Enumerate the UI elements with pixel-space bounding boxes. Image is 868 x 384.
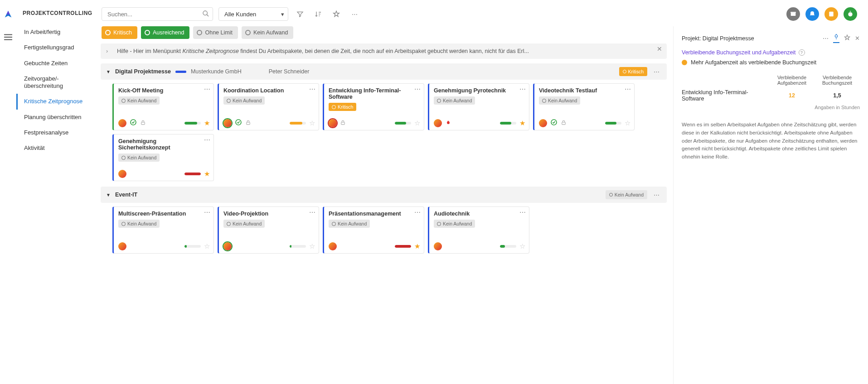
group-person: Peter Schneider — [269, 68, 310, 75]
card-grid-0: ⋯Kick-Off MeetingKein Aufwand★⋯Koordinat… — [101, 83, 667, 181]
card[interactable]: ⋯Entwicklung Info-Terminal-SoftwareKriti… — [323, 83, 424, 130]
progress-bar — [290, 122, 306, 125]
card-tag: Kein Aufwand — [539, 96, 580, 105]
card-menu-icon[interactable]: ⋯ — [414, 86, 421, 93]
card-menu-icon[interactable]: ⋯ — [519, 209, 526, 216]
chevron-right-icon[interactable]: › — [106, 48, 108, 54]
filter-chip-2[interactable]: Ohne Limit — [193, 26, 238, 39]
card-star-icon[interactable]: ☆ — [309, 119, 315, 127]
card-star-icon[interactable]: ☆ — [519, 242, 525, 250]
card-star-icon[interactable]: ★ — [519, 119, 525, 127]
card-menu-icon[interactable]: ⋯ — [204, 136, 211, 144]
card-star-icon[interactable]: ☆ — [204, 242, 210, 250]
card[interactable]: ⋯Multiscreen-PräsentationKein Aufwand☆ — [112, 206, 214, 254]
close-icon[interactable]: ✕ — [657, 45, 662, 53]
badge-archive[interactable] — [786, 7, 800, 21]
card-tag: Kein Aufwand — [434, 220, 475, 228]
search-input[interactable] — [102, 7, 213, 21]
avatar[interactable] — [329, 242, 337, 250]
chip-label: Ausreichend — [153, 29, 184, 36]
sidebar-item-1[interactable]: Fertigstellungsgrad — [16, 40, 91, 55]
chip-label: Kein Aufwand — [253, 29, 288, 36]
avatar[interactable] — [118, 242, 126, 250]
group-menu-icon[interactable]: ⋯ — [652, 68, 661, 75]
tag-circle-icon — [121, 222, 126, 226]
detail-star-icon[interactable] — [844, 34, 850, 42]
filter-chip-0[interactable]: Kritisch — [102, 26, 137, 39]
info-icon[interactable]: ? — [799, 49, 805, 56]
status-circle-icon — [623, 70, 626, 73]
avatar[interactable] — [223, 119, 232, 127]
avatar[interactable] — [118, 170, 126, 178]
card-menu-icon[interactable]: ⋯ — [625, 86, 631, 93]
card[interactable]: ⋯Video-ProjektionKein Aufwand☆ — [218, 206, 319, 254]
card[interactable]: ⋯Genehmigung PyrotechnikKein Aufwand★ — [428, 83, 529, 130]
filter-icon[interactable] — [294, 8, 306, 20]
filter-row: KritischAusreichendOhne LimitKein Aufwan… — [101, 26, 667, 43]
sidebar-item-6[interactable]: Festpreisanalyse — [16, 125, 91, 140]
sidebar-item-4[interactable]: Kritische Zeitprognose — [16, 94, 91, 109]
card-menu-icon[interactable]: ⋯ — [309, 209, 316, 216]
card-star-icon[interactable]: ☆ — [414, 119, 420, 127]
check-icon — [550, 119, 558, 127]
search-icon[interactable] — [202, 10, 209, 19]
group-menu-icon[interactable]: ⋯ — [652, 192, 661, 198]
svg-line-1 — [207, 14, 209, 16]
card-star-icon[interactable]: ★ — [204, 119, 210, 127]
card[interactable]: ⋯AudiotechnikKein Aufwand☆ — [428, 206, 529, 254]
badge-timer[interactable] — [844, 7, 857, 21]
group-header-1[interactable]: ▼Event-ITKein Aufwand⋯ — [101, 187, 667, 203]
caret-down-icon: ▼ — [106, 192, 111, 197]
card-menu-icon[interactable]: ⋯ — [414, 209, 421, 216]
card[interactable]: ⋯Genehmigung SicherheitskonzeptKein Aufw… — [112, 134, 214, 181]
card-tag: Kein Aufwand — [118, 220, 160, 228]
avatar[interactable] — [539, 119, 547, 127]
progress-bar — [500, 122, 516, 125]
card-tag: Kein Aufwand — [118, 154, 160, 162]
sidebar-item-7[interactable]: Aktivität — [16, 140, 91, 156]
card-menu-icon[interactable]: ⋯ — [204, 209, 211, 216]
customer-dropdown[interactable]: Alle Kunden — [218, 7, 288, 21]
card[interactable]: ⋯Koordination LocationKein Aufwand☆ — [218, 83, 319, 130]
card-star-icon[interactable]: ☆ — [625, 119, 630, 127]
badge-notes[interactable] — [824, 7, 838, 21]
chip-label: Kritisch — [113, 29, 132, 36]
avatar[interactable] — [329, 119, 337, 127]
filter-chip-1[interactable]: Ausreichend — [141, 26, 190, 39]
card[interactable]: ⋯Kick-Off MeetingKein Aufwand★ — [112, 83, 214, 130]
card-menu-icon[interactable]: ⋯ — [519, 86, 526, 93]
filter-chip-3[interactable]: Kein Aufwand — [242, 26, 293, 39]
sidebar-item-5[interactable]: Planung überschritten — [16, 110, 91, 125]
sort-icon[interactable] — [312, 8, 325, 20]
sidebar-item-0[interactable]: In Arbeit/fertig — [16, 24, 91, 40]
card-menu-icon[interactable]: ⋯ — [309, 86, 316, 93]
progress-bar — [395, 245, 411, 248]
sidebar-item-3[interactable]: Zeitvorgabe/-überschreitung — [16, 71, 91, 94]
avatar[interactable] — [118, 119, 126, 127]
badge-notifications[interactable] — [805, 7, 819, 21]
card[interactable]: ⋯Videotechnik TestlaufKein Aufwand☆ — [533, 83, 635, 130]
detail-more-icon[interactable]: ⋯ — [823, 35, 829, 42]
detail-row-v2: 1,5 — [815, 92, 860, 99]
avatar[interactable] — [434, 242, 442, 250]
card-grid-1: ⋯Multiscreen-PräsentationKein Aufwand☆⋯V… — [101, 206, 667, 254]
svg-point-0 — [203, 11, 207, 15]
detail-panel: Projekt: Digital Projektmesse ⋯ ✕ Verble… — [673, 26, 868, 384]
card[interactable]: ⋯PräsentationsmanagementKein Aufwand★ — [323, 206, 424, 254]
detail-close-icon[interactable]: ✕ — [855, 35, 860, 42]
star-icon[interactable] — [330, 8, 343, 20]
progress-bar — [290, 245, 306, 248]
card-star-icon[interactable]: ★ — [204, 170, 210, 178]
group-header-0[interactable]: ▼Digital ProjektmesseMusterkunde GmbHPet… — [101, 63, 667, 80]
avatar[interactable] — [223, 242, 232, 250]
avatar[interactable] — [434, 119, 442, 127]
sidebar-item-2[interactable]: Gebuchte Zeiten — [16, 56, 91, 71]
hamburger-icon[interactable] — [3, 32, 13, 43]
legend-dot-icon — [682, 60, 687, 65]
card-menu-icon[interactable]: ⋯ — [204, 86, 211, 93]
pin-icon[interactable] — [833, 34, 839, 43]
card-star-icon[interactable]: ☆ — [309, 242, 315, 250]
card-title: Koordination Location — [223, 87, 315, 94]
card-star-icon[interactable]: ★ — [414, 242, 420, 250]
more-icon[interactable]: ⋯ — [348, 8, 361, 20]
